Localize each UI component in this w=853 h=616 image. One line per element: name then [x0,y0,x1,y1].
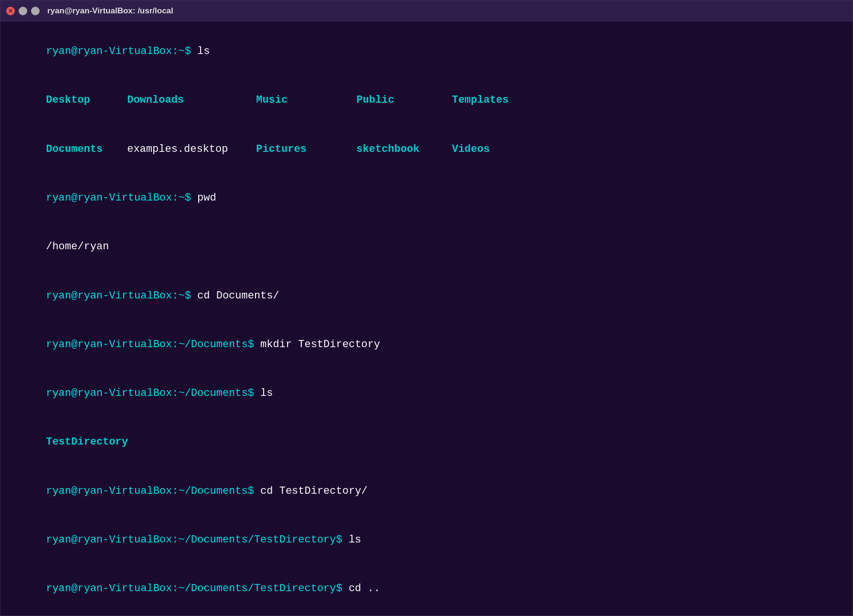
line-1: ryan@ryan-VirtualBox:~$ ls [8,27,845,76]
cmd: cd .. [349,583,380,595]
prompt: ryan@ryan-VirtualBox:~$ [46,45,197,57]
window-controls: ✕ [6,7,40,15]
prompt: ryan@ryan-VirtualBox:~/Documents/TestDir… [46,534,349,546]
cmd: ls [260,387,273,399]
cmd: cd TestDirectory/ [260,485,367,497]
cmd: ls [349,534,361,546]
terminal-window: ✕ ryan@ryan-VirtualBox: /usr/local ryan@… [0,0,853,616]
line-cd-up-1: ryan@ryan-VirtualBox:~/Documents/TestDir… [8,564,845,613]
dir-downloads: Downloads [127,92,256,108]
cmd: cd Documents/ [197,290,279,302]
dir-pictures: Pictures [256,141,356,158]
line-home: /home/ryan [8,223,845,271]
prompt: ryan@ryan-VirtualBox:~/Documents$ [46,387,260,399]
line-pwd: ryan@ryan-VirtualBox:~$ pwd [8,174,845,223]
dir-music: Music [256,92,356,108]
line-testdir-1: TestDirectory [8,418,845,467]
dir-documents: Documents [46,141,127,158]
prompt: ryan@ryan-VirtualBox:~$ [46,290,197,302]
prompt: ryan@ryan-VirtualBox:~/Documents/TestDir… [46,583,349,595]
close-button[interactable]: ✕ [6,7,15,15]
window-title: ryan@ryan-VirtualBox: /usr/local [47,6,173,16]
dir-sketchbook: sketchbook [356,141,452,158]
minimize-button[interactable] [19,7,27,15]
dir-videos: Videos [452,143,490,155]
terminal-body[interactable]: ryan@ryan-VirtualBox:~$ ls DesktopDownlo… [0,21,853,616]
line-ls-docs-2: ryan@ryan-VirtualBox:~/Documents$ ls [8,613,845,616]
prompt: ryan@ryan-VirtualBox:~/Documents$ [46,339,260,350]
dir-testdirectory: TestDirectory [46,436,128,448]
line-ls-testdir: ryan@ryan-VirtualBox:~/Documents/TestDir… [8,516,845,564]
pwd-output: /home/ryan [46,241,109,253]
prompt: ryan@ryan-VirtualBox:~$ [46,192,197,204]
dir-public: Public [356,92,452,108]
dir-templates: Templates [452,92,547,108]
ls-row-1: DesktopDownloadsMusicPublicTemplates [8,76,845,125]
dir-desktop: Desktop [46,92,127,108]
titlebar: ✕ ryan@ryan-VirtualBox: /usr/local [0,0,853,21]
line-ls-docs: ryan@ryan-VirtualBox:~/Documents$ ls [8,369,845,418]
cmd: pwd [197,192,216,204]
prompt: ryan@ryan-VirtualBox:~/Documents$ [46,485,260,497]
line-cd-docs: ryan@ryan-VirtualBox:~$ cd Documents/ [8,271,845,320]
cmd: ls [197,45,210,57]
ls-row-2: Documentsexamples.desktopPicturessketchb… [8,125,845,174]
cmd: mkdir TestDirectory [260,339,380,350]
line-mkdir: ryan@ryan-VirtualBox:~/Documents$ mkdir … [8,320,845,369]
maximize-button[interactable] [31,7,40,15]
file-examples: examples.desktop [127,141,256,158]
line-cd-testdir: ryan@ryan-VirtualBox:~/Documents$ cd Tes… [8,467,845,516]
